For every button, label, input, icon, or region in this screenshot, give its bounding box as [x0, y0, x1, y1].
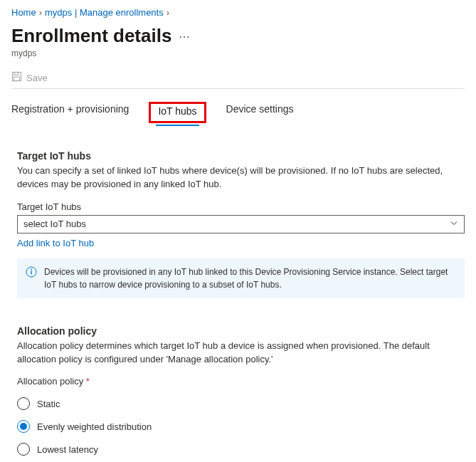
radio-lowest-latency[interactable]: Lowest latency — [17, 438, 465, 461]
radio-label-static: Static — [37, 399, 60, 409]
save-button[interactable]: Save — [26, 73, 48, 83]
svg-rect-2 — [14, 77, 19, 81]
section-allocation-policy: Allocation policy Allocation policy dete… — [17, 325, 465, 462]
info-box: Devices will be provisioned in any IoT h… — [17, 258, 465, 298]
save-icon — [11, 71, 22, 84]
radio-label-even: Evenly weighted distribution — [37, 421, 152, 432]
add-link-iot-hub[interactable]: Add link to IoT hub — [17, 238, 94, 248]
target-hubs-select[interactable]: select IoT hubs — [17, 215, 465, 233]
radio-static[interactable]: Static — [17, 392, 465, 415]
radio-icon — [17, 443, 30, 456]
svg-rect-5 — [31, 271, 31, 274]
radio-evenly-weighted[interactable]: Evenly weighted distribution — [17, 415, 465, 438]
chevron-right-icon: › — [166, 7, 169, 18]
svg-point-4 — [31, 268, 32, 270]
allocation-field-label: Allocation policy * — [17, 376, 465, 387]
target-hubs-desc: You can specify a set of linked IoT hubs… — [17, 164, 465, 191]
breadcrumb-path[interactable]: mydps | Manage enrollments — [45, 7, 164, 18]
page-title: Enrollment details — [11, 25, 171, 47]
info-icon — [26, 266, 37, 291]
breadcrumb: Home › mydps | Manage enrollments › — [11, 6, 465, 22]
tab-iot-hubs[interactable]: IoT hubs — [156, 103, 199, 126]
chevron-down-icon — [450, 219, 458, 229]
info-text: Devices will be provisioned in any IoT h… — [44, 266, 456, 291]
section-target-iot-hubs: Target IoT hubs You can specify a set of… — [17, 150, 465, 298]
breadcrumb-home[interactable]: Home — [11, 7, 36, 18]
svg-rect-1 — [14, 72, 18, 75]
radio-icon — [17, 420, 30, 433]
tab-registration[interactable]: Registration + provisioning — [11, 103, 129, 126]
page-subtitle: mydps — [11, 48, 465, 58]
divider — [11, 88, 465, 89]
target-hubs-heading: Target IoT hubs — [17, 150, 465, 162]
radio-icon — [17, 397, 30, 410]
tabs: Registration + provisioning IoT hubs Dev… — [11, 103, 465, 126]
allocation-desc: Allocation policy determines which targe… — [17, 340, 465, 367]
target-hubs-select-value: select IoT hubs — [23, 219, 86, 229]
allocation-radio-group: Static Evenly weighted distribution Lowe… — [17, 392, 465, 462]
allocation-heading: Allocation policy — [17, 325, 465, 337]
chevron-right-icon: › — [39, 7, 42, 18]
more-icon[interactable]: ⋯ — [179, 26, 190, 43]
tab-device-settings[interactable]: Device settings — [226, 103, 294, 126]
target-hubs-field-label: Target IoT hubs — [17, 201, 465, 212]
tab-iot-hubs-highlight: IoT hubs — [149, 102, 206, 123]
radio-label-lowest: Lowest latency — [37, 444, 98, 455]
